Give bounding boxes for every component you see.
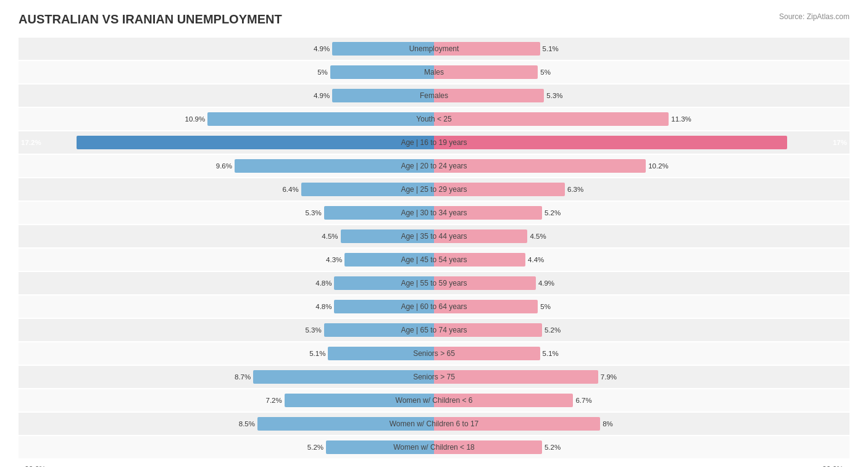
val-left: 8.5% xyxy=(239,420,255,428)
val-right: 5.2% xyxy=(545,326,561,334)
bar-left-section: 4.9% xyxy=(19,38,434,60)
bar-right-section: 5.1% xyxy=(434,38,849,60)
bar-left xyxy=(334,300,434,313)
val-right: 11.3% xyxy=(671,115,691,123)
val-right: 7.9% xyxy=(601,373,617,381)
bar-right xyxy=(434,394,573,407)
bar-left-section: 9.6% xyxy=(19,155,434,177)
bar-left-section: 4.5% xyxy=(19,225,434,247)
bar-left-section: 8.7% xyxy=(19,366,434,388)
bar-left-section: 4.8% xyxy=(19,272,434,294)
bar-right xyxy=(434,112,669,126)
val-left: 4.9% xyxy=(314,92,330,99)
chart-row: 4.5%Age | 35 to 44 years4.5% xyxy=(19,225,849,247)
bar-right xyxy=(434,276,536,290)
chart-row: 5%Males5% xyxy=(19,61,849,83)
bar-left-section: 6.4% xyxy=(19,178,434,200)
val-right: 5.1% xyxy=(543,350,559,357)
bar-left-section: 5.2% xyxy=(19,436,434,458)
bar-right-section: 4.5% xyxy=(434,225,849,247)
bar-left xyxy=(285,394,434,407)
bar-left-section: 5.3% xyxy=(19,202,434,224)
bar-right-section: 5.1% xyxy=(434,342,849,365)
bar-right-section: 6.3% xyxy=(434,178,849,200)
bar-right-section: 5.2% xyxy=(434,202,849,224)
bar-left xyxy=(332,42,434,56)
chart-area: 4.9%Unemployment5.1%5%Males5%4.9%Females… xyxy=(19,38,849,458)
val-right: 5% xyxy=(540,303,551,310)
bar-left xyxy=(334,276,434,290)
bar-left xyxy=(235,159,434,173)
chart-row: 17.2%Age | 16 to 19 years17% xyxy=(19,131,849,154)
bar-right-section: 10.2% xyxy=(434,155,849,177)
bar-right-section: 4.9% xyxy=(434,272,849,294)
val-left: 8.7% xyxy=(235,373,251,381)
val-right: 5.2% xyxy=(545,209,561,217)
bar-right xyxy=(434,229,527,243)
bar-right xyxy=(434,347,540,360)
bar-right-section: 5% xyxy=(434,61,849,83)
chart-row: 5.2%Women w/ Children < 185.2% xyxy=(19,436,849,458)
chart-container: AUSTRALIAN VS IRANIAN UNEMPLOYMENT Sourc… xyxy=(19,12,849,467)
bar-right xyxy=(434,89,544,102)
bar-left-section: 5.3% xyxy=(19,319,434,341)
chart-title: AUSTRALIAN VS IRANIAN UNEMPLOYMENT xyxy=(19,12,282,27)
bar-left-section: 17.2% xyxy=(19,131,434,154)
chart-row: 4.9%Females5.3% xyxy=(19,85,849,107)
chart-source: Source: ZipAtlas.com xyxy=(779,12,849,21)
val-right: 5.2% xyxy=(545,444,561,451)
val-left: 17.2% xyxy=(21,139,434,146)
chart-row: 5.3%Age | 30 to 34 years5.2% xyxy=(19,202,849,224)
bar-left xyxy=(324,323,434,337)
bar-right-section: 5.2% xyxy=(434,436,849,458)
val-left: 9.6% xyxy=(216,162,232,170)
chart-row: 7.2%Women w/ Children < 66.7% xyxy=(19,389,849,411)
bar-right-section: 6.7% xyxy=(434,389,849,411)
bar-right-section: 5.2% xyxy=(434,319,849,341)
bar-right xyxy=(434,323,542,337)
bar-left xyxy=(324,206,434,220)
axis-row: 20.0% 20.0% xyxy=(19,462,849,467)
chart-row: 5.1%Seniors > 655.1% xyxy=(19,342,849,365)
bar-right xyxy=(434,159,646,173)
chart-row: 4.8%Age | 55 to 59 years4.9% xyxy=(19,272,849,294)
chart-row: 10.9%Youth < 2511.3% xyxy=(19,108,849,130)
bar-left-section: 10.9% xyxy=(19,108,434,130)
chart-row: 8.5%Women w/ Children 6 to 178% xyxy=(19,413,849,435)
val-right: 10.2% xyxy=(648,162,669,170)
val-left: 6.4% xyxy=(282,186,298,193)
bar-left-section: 5% xyxy=(19,61,434,83)
bar-right xyxy=(434,136,787,149)
val-right: 6.3% xyxy=(567,186,583,193)
val-left: 5% xyxy=(317,68,328,76)
val-left: 4.5% xyxy=(322,233,338,240)
val-left: 5.3% xyxy=(305,209,321,217)
val-left: 7.2% xyxy=(266,397,282,404)
val-right: 17% xyxy=(833,139,847,146)
chart-row: 5.3%Age | 65 to 74 years5.2% xyxy=(19,319,849,341)
chart-row: 4.8%Age | 60 to 64 years5% xyxy=(19,295,849,318)
bar-right xyxy=(434,300,538,313)
val-left: 5.3% xyxy=(305,326,321,334)
val-right: 5.3% xyxy=(546,92,562,99)
bar-right xyxy=(434,417,600,431)
val-right: 4.9% xyxy=(538,279,554,287)
val-right: 4.5% xyxy=(530,233,546,240)
bar-left xyxy=(253,370,434,384)
bar-right xyxy=(434,440,542,454)
bar-left xyxy=(341,229,434,243)
val-right: 5% xyxy=(540,68,551,76)
bar-left xyxy=(326,440,434,454)
bar-left-section: 7.2% xyxy=(19,389,434,411)
bar-left-section: 4.3% xyxy=(19,249,434,271)
val-right: 4.4% xyxy=(528,256,544,263)
bar-right xyxy=(434,206,542,220)
val-right: 5.1% xyxy=(543,45,559,52)
bar-left-section: 8.5% xyxy=(19,413,434,435)
chart-header: AUSTRALIAN VS IRANIAN UNEMPLOYMENT Sourc… xyxy=(19,12,849,27)
bar-left xyxy=(207,112,434,126)
bar-left xyxy=(257,417,434,431)
chart-row: 9.6%Age | 20 to 24 years10.2% xyxy=(19,155,849,177)
val-right: 8% xyxy=(603,420,613,428)
val-left: 4.8% xyxy=(315,279,332,287)
